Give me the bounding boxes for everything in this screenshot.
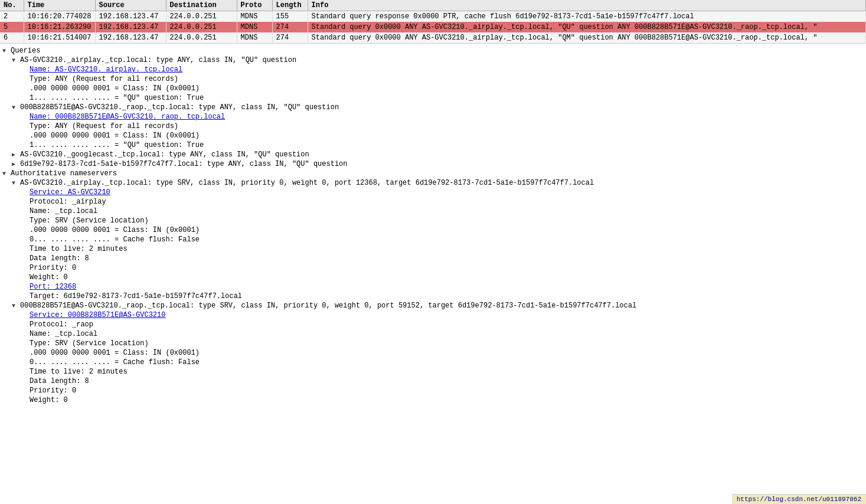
tree-section-label: Authoritative nameservers [11,169,117,178]
status-bar: https://blog.csdn.net/u011897062 [732,494,866,504]
tree-section-queries[interactable]: ▼Queries [0,46,866,55]
tree-leaf-label: Weight: 0 [30,396,68,404]
tree-section-label: Queries [11,47,40,55]
tree-leaf-q1-qu: 1... .... .... .... = "QU" question: Tru… [0,93,866,103]
collapse-icon: ▼ [2,48,11,54]
col-header-destination: Destination [166,0,237,11]
tree-leaf-a1-dlen: Data length: 8 [0,254,866,263]
cell-time: 10:16:21.514007 [24,32,95,44]
expand-icon: ▶ [12,161,20,168]
tree-leaf-label: Type: SRV (Service location) [30,339,149,348]
tree-item-label: AS-GVC3210._airplay._tcp.local: type ANY… [20,56,296,64]
table-row[interactable]: 210:16:20.774028192.168.123.47224.0.0.25… [0,11,866,22]
tree-leaf-label: Type: SRV (Service location) [30,217,149,225]
tree-leaf-label: Data length: 8 [30,254,89,263]
tree-leaf-a1-weight: Weight: 0 [0,273,866,282]
tree-leaf-label: Weight: 0 [30,273,68,282]
collapse-icon: ▼ [2,171,11,177]
tree-leaf-a1-port: Port: 12368 [0,282,866,292]
collapse-icon: ▼ [12,303,20,309]
tree-section-authoritative[interactable]: ▼Authoritative nameservers [0,169,866,178]
tree-leaf-a1-prio: Priority: 0 [0,263,866,273]
cell-no: 2 [0,11,24,22]
cell-time: 10:16:21.263290 [24,22,95,32]
tree-leaf-q2-name: Name: 000B828B571E@AS-GVC3210._raop._tcp… [0,112,866,122]
tree-leaf-label: 0... .... .... .... = Cache flush: False [30,235,200,244]
tree-leaf-a2-ttl: Time to live: 2 minutes [0,367,866,377]
col-header-no: No. [0,0,24,11]
tree-leaf-q2-type: Type: ANY (Request for all records) [0,122,866,131]
tree-leaf-label: Priority: 0 [30,387,76,395]
tree-leaf-label: Service: AS-GVC3210 [30,188,110,197]
packet-list-table[interactable]: No. Time Source Destination Proto Length… [0,0,866,44]
cell-proto: MDNS [237,11,272,22]
tree-leaf-label: Protocol: _airplay [30,198,106,206]
col-header-length: Length [272,0,308,11]
cell-length: 274 [272,22,308,32]
table-row[interactable]: 610:16:21.514007192.168.123.47224.0.0.25… [0,32,866,44]
tree-leaf-label: .000 0000 0000 0001 = Class: IN (0x0001) [30,132,200,140]
tree-item-query1[interactable]: ▼AS-GVC3210._airplay._tcp.local: type AN… [0,55,866,65]
tree-leaf-a1-proto: Protocol: _airplay [0,197,866,207]
tree-leaf-label: Type: ANY (Request for all records) [30,122,178,130]
tree-leaf-label: Service: 000B828B571E@AS-GVC3210 [30,311,165,319]
tree-leaf-label: Priority: 0 [30,264,76,272]
tree-leaf-a1-type: Type: SRV (Service location) [0,216,866,225]
tree-leaf-q1-name: Name: AS-GVC3210._airplay._tcp.local [0,65,866,74]
table-row[interactable]: 510:16:21.263290192.168.123.47224.0.0.25… [0,22,866,32]
tree-leaf-label: Target: 6d19e792-8173-7cd1-5a1e-b1597f7c… [30,292,242,300]
tree-item-label: AS-GVC3210._googlecast._tcp.local: type … [20,150,309,159]
tree-leaf-label: Protocol: _raop [30,320,93,329]
tree-item-query2[interactable]: ▼000B828B571E@AS-GVC3210._raop._tcp.loca… [0,103,866,112]
cell-no: 5 [0,22,24,32]
cell-time: 10:16:20.774028 [24,11,95,22]
tree-leaf-label: 1... .... .... .... = "QU" question: Tru… [30,141,204,149]
table-header-row: No. Time Source Destination Proto Length… [0,0,866,11]
col-header-time: Time [24,0,95,11]
cell-source: 192.168.123.47 [95,32,166,44]
tree-leaf-a1-class: .000 0000 0000 0001 = Class: IN (0x0001) [0,225,866,235]
tree-item-query4[interactable]: ▶6d19e792-8173-7cd1-5a1e-b1597f7c47f7.lo… [0,159,866,169]
tree-leaf-label: Name: _tcp.local [30,330,97,338]
tree-leaf-a2-weight: Weight: 0 [0,395,866,405]
tree-leaf-label: Time to live: 2 minutes [30,368,128,376]
tree-leaf-a2-proto: Protocol: _raop [0,320,866,329]
cell-length: 274 [272,32,308,44]
tree-leaf-label: Port: 12368 [30,283,76,291]
col-header-proto: Proto [237,0,272,11]
col-header-info: Info [308,0,865,11]
cell-info: Standard query 0x0000 ANY AS-GVC3210._ai… [308,22,865,32]
tree-item-label: 6d19e792-8173-7cd1-5a1e-b1597f7c47f7.loc… [20,160,348,168]
tree-leaf-q1-class: .000 0000 0000 0001 = Class: IN (0x0001) [0,84,866,93]
cell-length: 155 [272,11,308,22]
cell-source: 192.168.123.47 [95,22,166,32]
tree-leaf-label: .000 0000 0000 0001 = Class: IN (0x0001) [30,226,200,234]
cell-destination: 224.0.0.251 [166,22,237,32]
cell-no: 6 [0,32,24,44]
collapse-icon: ▼ [12,104,20,111]
collapse-icon: ▼ [12,180,20,186]
tree-leaf-label: 1... .... .... .... = "QU" question: Tru… [30,94,204,102]
tree-item-auth1[interactable]: ▼AS-GVC3210._airplay._tcp.local: type SR… [0,178,866,188]
cell-proto: MDNS [237,22,272,32]
tree-leaf-label: Data length: 8 [30,377,89,385]
tree-leaf-a1-target: Target: 6d19e792-8173-7cd1-5a1e-b1597f7c… [0,292,866,301]
tree-leaf-a2-type: Type: SRV (Service location) [0,339,866,348]
tree-leaf-a2-class: .000 0000 0000 0001 = Class: IN (0x0001) [0,348,866,358]
tree-leaf-label: 0... .... .... .... = Cache flush: False [30,358,200,366]
tree-item-auth2[interactable]: ▼000B828B571E@AS-GVC3210._raop._tcp.loca… [0,301,866,310]
collapse-icon: ▼ [12,57,20,64]
tree-item-label: AS-GVC3210._airplay._tcp.local: type SRV… [20,179,594,187]
cell-destination: 224.0.0.251 [166,11,237,22]
tree-leaf-a1-service: Service: AS-GVC3210 [0,188,866,197]
tree-leaf-label: .000 0000 0000 0001 = Class: IN (0x0001) [30,349,200,357]
tree-leaf-a1-name: Name: _tcp.local [0,207,866,216]
cell-destination: 224.0.0.251 [166,32,237,44]
tree-item-query3[interactable]: ▶AS-GVC3210._googlecast._tcp.local: type… [0,150,866,159]
detail-panel: ▼Queries▼AS-GVC3210._airplay._tcp.local:… [0,44,866,407]
tree-item-label: 000B828B571E@AS-GVC3210._raop._tcp.local… [20,302,636,310]
tree-leaf-label: Name: AS-GVC3210._airplay._tcp.local [30,66,182,74]
tree-leaf-label: .000 0000 0000 0001 = Class: IN (0x0001) [30,84,200,93]
cell-proto: MDNS [237,32,272,44]
tree-leaf-a2-name: Name: _tcp.local [0,329,866,339]
